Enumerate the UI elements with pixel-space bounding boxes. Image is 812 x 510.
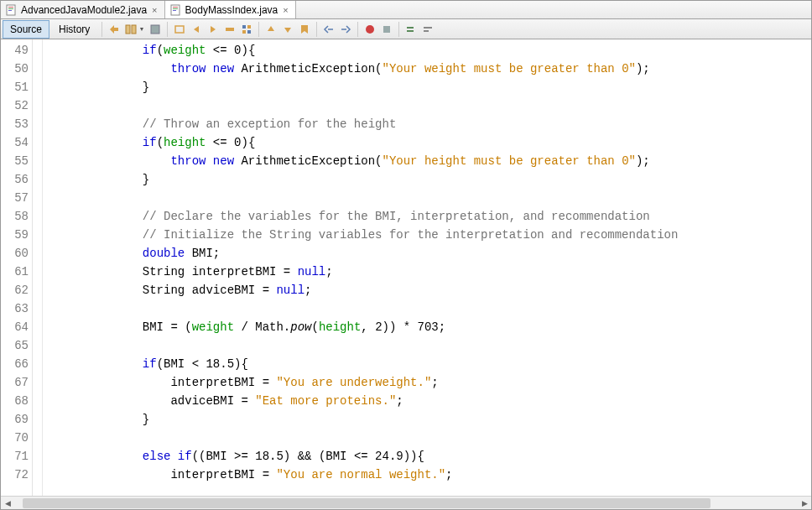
toolbar-separator [102, 22, 102, 37]
code-content[interactable]: if(weight <= 0){ throw new ArithmeticExc… [55, 39, 811, 496]
svg-rect-2 [8, 8, 13, 9]
prev-bookmark-icon[interactable] [263, 22, 278, 37]
stop-macro-icon[interactable] [379, 22, 394, 37]
toolbar-separator [258, 22, 259, 37]
find-prev-icon[interactable] [189, 22, 204, 37]
file-tab-advanced[interactable]: AdvancedJavaModule2.java × [1, 1, 165, 18]
svg-rect-20 [407, 30, 414, 32]
svg-rect-9 [132, 25, 136, 34]
java-file-icon [6, 4, 18, 16]
java-file-icon [170, 4, 182, 16]
svg-point-17 [366, 25, 374, 34]
toggle-bookmark-icon[interactable] [239, 22, 254, 37]
horizontal-scrollbar[interactable]: ◀ ▶ [1, 496, 811, 509]
svg-rect-22 [424, 30, 429, 32]
toolbar-separator [398, 22, 399, 37]
next-bookmark-icon[interactable] [280, 22, 295, 37]
toolbar-separator [357, 22, 358, 37]
svg-rect-14 [247, 25, 251, 29]
svg-rect-16 [247, 30, 251, 34]
file-tab-label: BodyMassIndex.java [185, 4, 278, 16]
scroll-thumb[interactable] [23, 498, 710, 508]
svg-rect-12 [226, 28, 234, 31]
svg-rect-10 [151, 25, 159, 34]
file-tabs: AdvancedJavaModule2.java × BodyMassIndex… [1, 1, 811, 19]
start-macro-icon[interactable] [362, 22, 377, 37]
fold-strip [33, 39, 43, 496]
toggle-bookmark-2-icon[interactable] [297, 22, 312, 37]
dropdown-icon[interactable]: ▼ [138, 26, 144, 32]
file-tab-label: AdvancedJavaModule2.java [21, 4, 147, 16]
svg-rect-8 [126, 25, 130, 34]
shift-left-icon[interactable] [321, 22, 336, 37]
close-icon[interactable]: × [150, 5, 159, 15]
last-edit-icon[interactable] [107, 22, 122, 37]
svg-rect-15 [242, 30, 246, 34]
line-number-gutter: 49 50 51 52 53 54 55 56 57 58 59 60 61 6… [1, 39, 33, 496]
code-editor[interactable]: 49 50 51 52 53 54 55 56 57 58 59 60 61 6… [1, 39, 811, 496]
comment-icon[interactable] [403, 22, 419, 37]
svg-rect-1 [8, 7, 13, 8]
svg-rect-13 [242, 25, 246, 29]
toolbar-separator [167, 22, 168, 37]
editor-toolbar: Source History ▼ [1, 19, 811, 39]
file-tab-bmi[interactable]: BodyMassIndex.java × [165, 1, 296, 18]
svg-rect-21 [424, 27, 432, 29]
source-view-tab[interactable]: Source [3, 20, 49, 39]
margin-strip [43, 39, 55, 496]
scroll-right-icon[interactable]: ▶ [798, 497, 811, 509]
close-icon[interactable]: × [281, 5, 289, 15]
svg-rect-6 [173, 8, 178, 9]
shift-right-icon[interactable] [338, 22, 353, 37]
toggle-highlight-icon[interactable] [222, 22, 237, 37]
diff-icon[interactable] [123, 22, 138, 37]
find-next-icon[interactable] [206, 22, 221, 37]
svg-rect-7 [173, 10, 176, 11]
svg-rect-5 [173, 7, 178, 8]
svg-rect-19 [407, 27, 414, 29]
svg-rect-3 [8, 10, 12, 11]
svg-rect-18 [383, 26, 390, 33]
save-icon[interactable] [148, 22, 163, 37]
svg-rect-11 [175, 26, 184, 33]
scroll-track[interactable] [14, 497, 798, 509]
toolbar-separator [316, 22, 317, 37]
scroll-left-icon[interactable]: ◀ [1, 497, 14, 509]
history-view-tab[interactable]: History [51, 20, 97, 39]
uncomment-icon[interactable] [420, 22, 435, 37]
find-selection-icon[interactable] [172, 22, 187, 37]
